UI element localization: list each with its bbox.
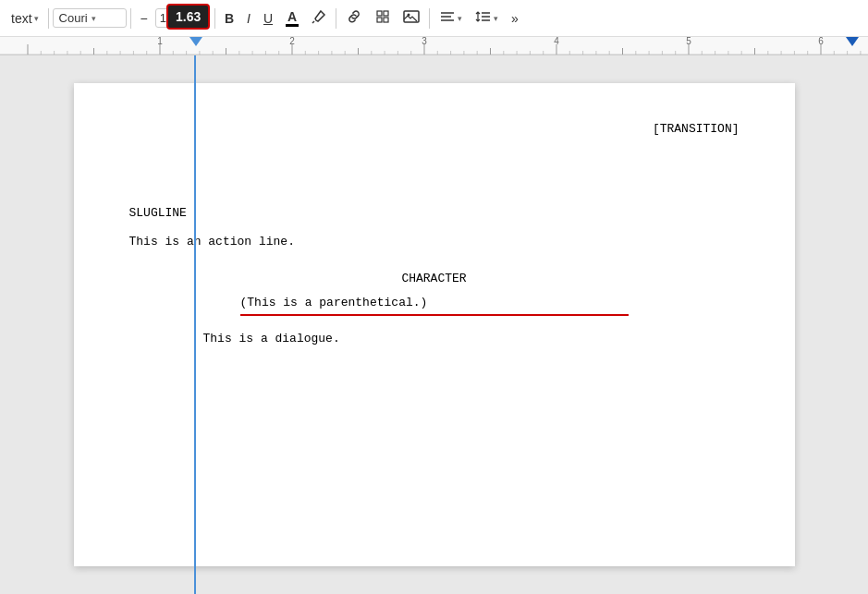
svg-rect-2 (384, 11, 388, 16)
underline-button[interactable]: U (258, 7, 278, 30)
font-color-indicator (286, 24, 299, 27)
separator-1 (48, 8, 49, 29)
insert-image-button[interactable] (397, 6, 425, 30)
font-decrease-button[interactable]: − (135, 7, 153, 30)
underline-icon: U (263, 11, 273, 26)
screenplay-action: This is an action line. (129, 233, 740, 252)
screenplay-transition: [TRANSITION] (129, 120, 740, 139)
screenplay-character: CHARACTER (129, 270, 740, 289)
ruler-cursor-marker (189, 37, 202, 46)
more-icon: » (511, 11, 519, 26)
style-selector[interactable]: text ▾ (6, 7, 44, 30)
highlight-icon (312, 9, 326, 27)
position-tooltip: 1.63 (166, 4, 210, 30)
style-selector-arrow: ▾ (34, 14, 39, 23)
alignment-arrow: ▾ (458, 14, 462, 23)
line-spacing-arrow: ▾ (494, 14, 498, 23)
screenplay-slugline: SLUGLINE (129, 204, 740, 224)
page-spacer-1 (129, 167, 740, 204)
svg-line-0 (312, 21, 314, 23)
bold-button[interactable]: B (219, 7, 239, 30)
screenplay-dialogue: This is a dialogue. (203, 330, 666, 349)
separator-5 (429, 8, 430, 29)
line-spacing-button[interactable]: ▾ (470, 6, 504, 30)
ruler-svg: // We'll generate ticks via JS below 123… (0, 37, 868, 55)
svg-rect-1 (377, 11, 382, 16)
insert-special-button[interactable] (370, 6, 396, 30)
font-color-button[interactable]: A (280, 6, 304, 30)
alignment-button[interactable]: ▾ (434, 6, 468, 30)
svg-rect-14 (0, 37, 868, 55)
style-selector-label: text (11, 11, 32, 26)
position-value: 1.63 (176, 9, 201, 24)
screenplay-page[interactable]: [TRANSITION] SLUGLINE This is an action … (74, 83, 795, 566)
line-spacing-icon (475, 9, 492, 27)
font-decrease-icon: − (141, 11, 148, 26)
bold-icon: B (225, 11, 234, 26)
more-button[interactable]: » (506, 7, 524, 30)
toolbar: text ▾ Couri ▾ − 12 + B I U A (0, 0, 868, 37)
font-name-arrow: ▾ (92, 14, 96, 23)
font-color-icon: A (287, 10, 297, 23)
ruler-right-marker (846, 37, 859, 46)
alignment-icon (439, 9, 456, 27)
separator-4 (336, 8, 336, 29)
font-name-label: Couri (59, 11, 88, 25)
svg-rect-4 (384, 18, 388, 22)
insert-special-icon (375, 9, 390, 27)
insert-image-icon (403, 9, 420, 27)
screenplay-parenthetical: (This is a parenthetical.) (240, 294, 629, 316)
separator-2 (130, 8, 131, 29)
highlight-button[interactable] (306, 6, 332, 30)
link-icon (346, 9, 362, 27)
italic-icon: I (247, 11, 251, 26)
separator-3 (214, 8, 215, 29)
content-area[interactable]: [TRANSITION] SLUGLINE This is an action … (0, 55, 868, 594)
ruler: // We'll generate ticks via JS below 123… (0, 37, 868, 55)
link-button[interactable] (340, 6, 368, 30)
italic-button[interactable]: I (241, 7, 256, 30)
font-name-selector[interactable]: Couri ▾ (53, 8, 127, 28)
svg-rect-3 (377, 18, 382, 22)
